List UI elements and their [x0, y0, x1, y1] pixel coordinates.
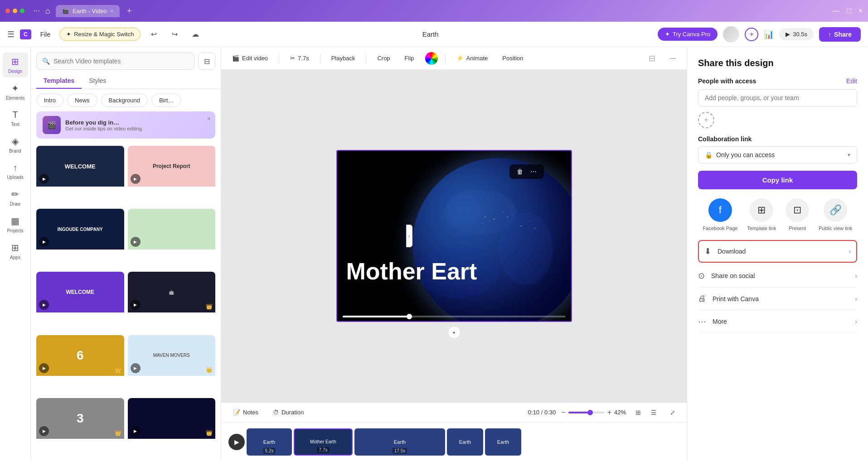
more-tools-button[interactable]: ⋯ [666, 53, 679, 63]
magic-switch-button[interactable]: ✦ Resize & Magic Switch [59, 28, 141, 41]
minimize-dot[interactable] [13, 9, 17, 13]
template-card[interactable]: WELCOME ▶ [36, 272, 124, 331]
analytics-icon[interactable]: 📊 [764, 29, 774, 39]
progress-dot[interactable] [407, 314, 412, 319]
template-card[interactable]: 6 ▶ 👑 [36, 335, 124, 394]
print-menu-item[interactable]: 🖨 Print with Canva › [698, 288, 857, 310]
grid-view-button[interactable]: ⊞ [631, 406, 645, 419]
win-close-icon[interactable]: × [858, 7, 863, 15]
add-tab-icon[interactable]: + [127, 6, 132, 16]
maximize-dot[interactable] [20, 9, 24, 13]
expand-button[interactable]: ⤢ [666, 406, 679, 419]
filter-button[interactable]: ⊟ [198, 53, 215, 70]
category-intro[interactable]: Intro [36, 94, 63, 107]
zoom-in-icon[interactable]: + [607, 408, 611, 417]
notes-button[interactable]: 📝 Notes [228, 407, 263, 418]
close-dot[interactable] [5, 9, 10, 13]
color-picker-button[interactable] [425, 52, 438, 65]
template-link-button[interactable]: ⊞ Template link [747, 198, 776, 231]
timeline-clip[interactable]: Earth 17.5s [354, 428, 445, 456]
share-social-menu-item[interactable]: ⊙ Share on social › [698, 264, 857, 288]
try-pro-button[interactable]: ✦ Try Canva Pro [658, 28, 718, 41]
template-card[interactable]: ▶ [128, 209, 216, 268]
design-name[interactable]: Earth [422, 30, 439, 38]
zoom-slider[interactable] [568, 412, 605, 413]
list-view-button[interactable]: ☰ [647, 406, 660, 419]
present-button[interactable]: ⊡ Present [786, 198, 809, 231]
redo-button[interactable]: ↪ [167, 27, 182, 42]
template-card[interactable]: Project Report ▶ [128, 146, 216, 205]
sidebar-item-draw[interactable]: ✏ Draw [3, 185, 28, 210]
sidebar-item-uploads[interactable]: ↑ Uploads [3, 159, 28, 183]
search-input[interactable] [53, 58, 189, 65]
collab-dropdown[interactable]: 🔒 Only you can access ▾ [698, 146, 857, 163]
delete-button[interactable]: 🗑 [514, 167, 526, 176]
sidebar-item-design[interactable]: ⊞ Design [3, 53, 28, 77]
position-button[interactable]: Position [499, 53, 527, 63]
add-person-button[interactable]: + [698, 112, 714, 128]
zoom-dot[interactable] [587, 410, 593, 415]
hamburger-icon[interactable]: ☰ [7, 29, 15, 39]
add-people-input[interactable] [698, 89, 857, 106]
edit-access-link[interactable]: Edit [846, 77, 857, 85]
timeline-clip[interactable]: Earth [447, 428, 483, 456]
template-card[interactable]: ▶ 👑 [128, 398, 216, 457]
more-actions-button[interactable]: ⋯ [528, 167, 539, 176]
copy-link-button[interactable]: Copy link [698, 171, 857, 189]
tab-styles[interactable]: Styles [82, 73, 113, 89]
animate-button[interactable]: ⚡ Animate [453, 53, 492, 63]
search-box[interactable]: 🔍 [36, 53, 194, 70]
sidebar-item-projects[interactable]: ▦ Projects [3, 212, 28, 237]
progress-bar[interactable] [343, 316, 566, 317]
more-menu-item[interactable]: ⋯ More › [698, 310, 857, 333]
promo-text: Before you dig in… Get our inside tips o… [65, 119, 143, 131]
timeline-clip[interactable]: Mother Earth 7.7s [294, 428, 353, 456]
sidebar-item-elements[interactable]: ✦ Elements [3, 79, 28, 104]
add-team-button[interactable]: + [745, 28, 758, 41]
template-card[interactable]: INGOUDE COMPANY ▶ [36, 209, 124, 268]
zoom-out-icon[interactable]: − [561, 408, 565, 417]
active-tab[interactable]: 🎬 Earth - Video × [56, 5, 120, 17]
edit-video-button[interactable]: 🎬 Edit video [228, 53, 272, 63]
template-card[interactable]: 3 ▶ 👑 [36, 398, 124, 457]
public-view-link-button[interactable]: 🔗 Public view link [819, 198, 853, 231]
video-canvas[interactable]: Mother Eart 🗑 ⋯ [336, 150, 572, 322]
duration-button[interactable]: ✂ 7.7s [286, 53, 313, 63]
file-menu-button[interactable]: File [37, 29, 54, 40]
category-birthday[interactable]: Birt… [151, 94, 182, 107]
play-button[interactable]: ▶ [228, 434, 245, 450]
download-menu-item[interactable]: ⬇ Download › [698, 240, 857, 263]
share-button[interactable]: ↑ Share [819, 27, 861, 42]
undo-button[interactable]: ↩ [146, 27, 161, 42]
canva-logo[interactable]: C [20, 29, 31, 39]
tab-templates[interactable]: Templates [36, 73, 82, 89]
sidebar-item-text[interactable]: T Text [3, 106, 28, 130]
user-avatar[interactable] [723, 26, 739, 43]
cloud-save-button[interactable]: ☁ [188, 27, 203, 42]
category-background[interactable]: Background [101, 94, 148, 107]
playback-button[interactable]: Playback [328, 53, 359, 63]
home-icon[interactable]: ⌂ [45, 6, 50, 16]
timeline-area: 📝 Notes ⏱ Duration 0:10 / 0:30 − [221, 402, 687, 461]
tab-close-icon[interactable]: × [111, 8, 113, 14]
more-options-button[interactable]: ⊟ [645, 52, 659, 65]
timeline-clip[interactable]: Earth 5.2s [247, 428, 292, 456]
more-apps-icon[interactable]: ⋯ [34, 7, 40, 14]
category-news[interactable]: News [67, 94, 97, 107]
promo-close-button[interactable]: × [207, 115, 211, 122]
collapse-panel-button[interactable]: ‹ [406, 225, 412, 247]
template-card[interactable]: 🤖 ▶ 👑 [128, 272, 216, 331]
facebook-page-button[interactable]: f Facebook Page [703, 198, 737, 231]
flip-button[interactable]: Flip [401, 53, 418, 63]
template-card[interactable]: WELCOME ▶ [36, 146, 124, 205]
canvas-down-button[interactable]: ▾ [448, 326, 461, 339]
crop-button[interactable]: Crop [373, 53, 393, 63]
sidebar-item-apps[interactable]: ⊞ Apps [3, 239, 28, 264]
win-maximize-icon[interactable]: □ [847, 7, 851, 15]
win-minimize-icon[interactable]: — [832, 7, 839, 15]
preview-timer-button[interactable]: ▶ 30.5s [779, 28, 814, 40]
duration-button[interactable]: ⏱ Duration [268, 407, 308, 418]
timeline-clip[interactable]: Earth [485, 428, 521, 456]
template-card[interactable]: MAVEN MOVERS ▶ 👑 [128, 335, 216, 394]
sidebar-item-brand[interactable]: ◈ Brand [3, 132, 28, 157]
